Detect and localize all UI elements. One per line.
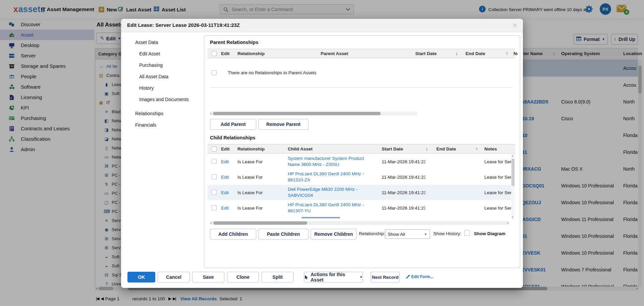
sidebar-item-contracts-and-leases[interactable]: Contracts and Leases (0, 123, 94, 134)
first-page-icon[interactable]: |◀ (96, 296, 99, 301)
clone-button[interactable]: Clone (227, 272, 259, 282)
row-checkbox[interactable] (212, 174, 217, 179)
sidebar-item-discover[interactable]: Discover (0, 19, 94, 30)
edit-link[interactable]: Edit (221, 169, 229, 185)
last-page-icon[interactable]: ▶| (173, 296, 175, 301)
dialog-nav-edit-asset[interactable]: Edit Asset (139, 51, 160, 56)
sort-desc-icon[interactable]: ↓ (426, 146, 428, 151)
tree-item[interactable]: ▣Soft (95, 89, 121, 98)
tree-item[interactable]: ≡Serv (95, 216, 121, 225)
tree-item[interactable]: ◒Soft (95, 261, 121, 270)
edit-link[interactable]: Edit (221, 200, 229, 216)
child-asset-link[interactable]: HP ProLiant DL380 Gen9 2400 MHz - 881307… (288, 200, 371, 216)
dialog-nav-financials[interactable]: Financials (135, 122, 156, 128)
row-checkbox[interactable] (212, 190, 217, 195)
tree-item[interactable]: ▮Leas (95, 80, 121, 89)
view-all-records-link[interactable]: View All Records (180, 296, 217, 301)
sort-desc-icon[interactable]: ↓ (455, 51, 458, 56)
dialog-nav-asset-data[interactable]: Asset Data (135, 40, 158, 45)
dialog-nav-relationships[interactable]: Relationships (135, 111, 163, 116)
child-relationship-row[interactable]: Edit Is Lease For Dell PowerEdge M630 22… (208, 185, 511, 200)
computer-name-link[interactable]: 1.11 (518, 144, 562, 161)
sort-asc-icon[interactable]: ↑ (476, 146, 478, 151)
child-asset-link[interactable]: System manufacturer System Product Name … (288, 154, 371, 169)
child-horizontal-scrollbar[interactable]: ◂▸ (210, 221, 509, 225)
tree-item[interactable]: ↯PC - (95, 180, 121, 189)
dialog-nav-purchasing[interactable]: Purchasing (139, 62, 163, 68)
tree-item[interactable]: ▣IT (95, 98, 121, 107)
computer-name-link[interactable]: XEOCS01 (518, 278, 562, 287)
avatar[interactable]: PX (600, 3, 611, 15)
edit-link[interactable]: Edit (221, 185, 229, 200)
ok-button[interactable]: OK (127, 272, 155, 282)
add-parent-button[interactable]: Add Parent (210, 119, 256, 130)
tree-item[interactable]: ▯Netw (95, 143, 121, 152)
column-header-relationship[interactable]: Relationship (237, 146, 265, 151)
tree-item[interactable]: ⊞Serv (95, 234, 121, 243)
child-relationship-row[interactable]: Edit Is Lease For System manufacturer Sy… (208, 154, 511, 169)
edit-form-link[interactable]: Edit Form... (406, 274, 433, 279)
sidebar-item-software[interactable]: Software (0, 82, 94, 92)
computer-name-link[interactable]: YEVVESK01 (518, 261, 562, 278)
column-header-location[interactable]: Location (623, 51, 642, 56)
remove-children-button[interactable]: Remove Children (311, 229, 357, 239)
tree-item[interactable]: ⌘PC - (95, 162, 121, 171)
tree-item[interactable]: ▭PC - (95, 189, 121, 198)
edit-dropdown-button[interactable]: ✎ Edit ▼ (96, 33, 125, 44)
next-record-button[interactable]: Next Record (371, 272, 400, 282)
column-header-edit[interactable]: Edit (221, 51, 230, 56)
computer-name-link[interactable]: WASGICD (518, 211, 562, 228)
remove-parent-button[interactable]: Remove Parent (258, 119, 309, 130)
edit-link[interactable]: Edit (221, 154, 229, 169)
select-all-checkbox[interactable] (212, 51, 217, 56)
child-asset-link[interactable]: Dell PowerEdge M630 2200 MHz - SABVICG04 (288, 185, 371, 200)
computer-name-link[interactable]: JURXACG (518, 161, 562, 177)
computer-name-link[interactable]: 0A8AA22BD5 (518, 93, 562, 110)
relationship-filter-select[interactable]: Show All ▼ (385, 229, 430, 239)
dialog-nav-images-and-documents[interactable]: Images and Documents (139, 97, 189, 102)
tree-item[interactable]: ◨Netw (95, 125, 121, 134)
column-header-start-date[interactable]: Start Date (415, 51, 437, 56)
child-vertical-scrollbar[interactable]: ▴▾ (511, 154, 515, 220)
save-button[interactable]: Save (192, 272, 224, 282)
sort-asc-icon[interactable]: ↑ (553, 51, 555, 56)
tree-item[interactable]: ◪Netw (95, 134, 121, 143)
sidebar-item-classification[interactable]: Classification (0, 134, 94, 144)
select-all-checkbox[interactable] (212, 146, 217, 151)
parent-horizontal-scrollbar[interactable]: ◂ (210, 112, 417, 116)
next-page-icon[interactable]: ▶ (168, 296, 171, 301)
format-button[interactable]: Format ▼ (574, 34, 608, 45)
tree-item[interactable]: ⌨PC - (95, 207, 121, 216)
split-button[interactable]: Split (262, 272, 293, 282)
actions-for-asset-button[interactable]: Actions for this Asset ▼ (304, 272, 363, 282)
dialog-title-bar[interactable]: Edit Lease: Server Lease 2026-03-11T19:4… (121, 19, 523, 32)
sidebar-item-licensing[interactable]: Licensing (0, 92, 94, 102)
show-diagram-link[interactable]: Show Diagram (474, 231, 505, 236)
tree-item[interactable]: ◧Netw (95, 116, 121, 125)
sidebar-item-admin[interactable]: Admin (0, 144, 94, 155)
column-header-relationship[interactable]: Relationship (237, 51, 265, 56)
dialog-nav-history[interactable]: History (139, 85, 154, 91)
tree-item[interactable]: ◒Soft (95, 252, 121, 261)
child-asset-link[interactable]: HP ProLiant DL380 Gen9 2400 MHz - 881310… (288, 169, 371, 185)
computer-name-link[interactable]: 1.10 (518, 127, 562, 144)
computer-name-link[interactable]: AGOCSQ01 (518, 177, 562, 194)
column-header-computer-name[interactable]: ter Name (523, 51, 543, 56)
tree-item[interactable]: ≡Blad (95, 107, 121, 116)
cancel-button[interactable]: Cancel (158, 272, 190, 282)
column-header-parent-asset[interactable]: Parent Asset (321, 51, 348, 56)
tree-item[interactable]: ⊟Sql S (95, 270, 121, 279)
sidebar-item-server[interactable]: Server (0, 50, 94, 61)
row-checkbox[interactable] (212, 159, 217, 164)
tree-item[interactable]: ?Unre (95, 279, 121, 287)
sort-asc-icon[interactable]: ↑ (506, 51, 508, 56)
column-header-end-date[interactable]: End Date (466, 51, 485, 56)
sidebar-item-asset[interactable]: Asset (0, 30, 94, 40)
xassets-logo[interactable]: xassets (13, 4, 45, 14)
chevron-down-icon[interactable] (346, 8, 350, 11)
child-relationship-row[interactable]: Edit Is Lease For HP ProLiant DL380 Gen9… (208, 200, 511, 216)
computer-name-link[interactable]: AQEZOUJ (518, 194, 562, 211)
sidebar-item-kpi[interactable]: KPI (0, 102, 94, 113)
computer-name-link[interactable]: Q01 (518, 228, 562, 245)
column-header-notes[interactable]: Notes (514, 51, 518, 56)
